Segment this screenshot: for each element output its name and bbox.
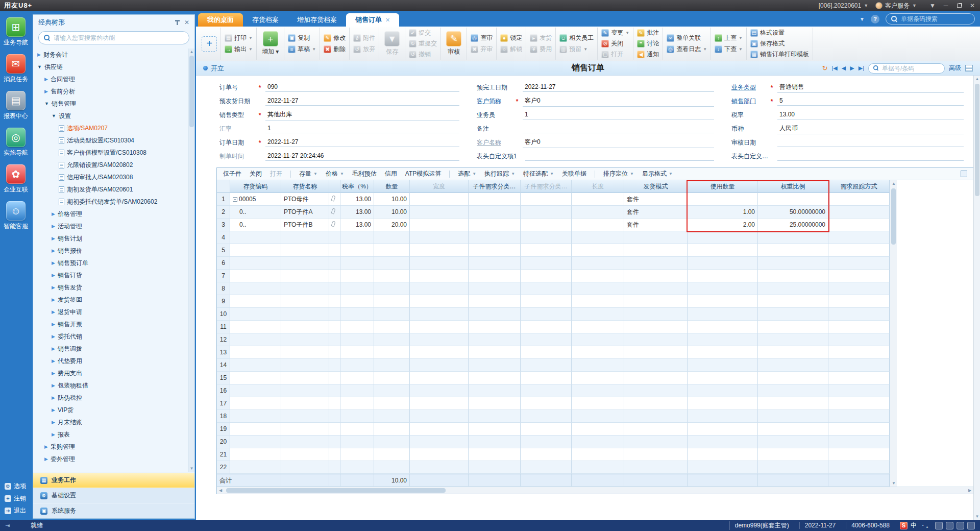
refresh-icon[interactable]: ↻ (822, 64, 828, 72)
cell-empty[interactable] (374, 308, 410, 321)
ime-punct-toggle[interactable]: ・。 (920, 521, 932, 530)
cell-empty[interactable] (828, 461, 890, 474)
cell-empty[interactable] (521, 295, 572, 308)
cell-empty[interactable] (340, 308, 374, 321)
cell-empty[interactable] (374, 397, 410, 410)
cell-weight[interactable]: 25.00000000 (758, 219, 828, 231)
cell-empty[interactable] (758, 423, 828, 436)
cell-empty[interactable] (688, 231, 758, 244)
cell-empty[interactable] (624, 282, 688, 295)
table-row[interactable]: 20..PTO子件A13.0010.00套件1.0050.00000000 (217, 206, 890, 219)
tree-item[interactable]: 期初发货单/SAM020601 (33, 183, 187, 196)
cell-empty[interactable] (340, 257, 374, 270)
cell-empty[interactable] (521, 231, 572, 244)
cell-empty[interactable] (624, 423, 688, 436)
cell-empty[interactable] (340, 423, 374, 436)
cell-empty[interactable] (329, 346, 340, 359)
account-selector[interactable]: [006].20220601▼ (819, 2, 868, 9)
tree-scrollbar[interactable]: ▲ ▼ (188, 49, 194, 472)
table-row[interactable]: 30..PTO子件B13.0020.00套件2.0025.00000000 (217, 219, 890, 231)
field-value[interactable]: 客户0 (523, 96, 714, 107)
tree-item[interactable]: ▶防伪税控 (33, 392, 187, 404)
column-header-weight[interactable]: 权重比例 (758, 180, 828, 193)
cell-empty[interactable] (281, 384, 329, 397)
cell-clip[interactable] (329, 206, 340, 219)
cell-empty[interactable] (281, 448, 329, 461)
cell-empty[interactable] (374, 321, 410, 333)
options-button[interactable]: ⚙选项 (5, 480, 27, 492)
table-row-empty[interactable]: 21 (217, 448, 890, 461)
cell-empty[interactable] (624, 436, 688, 448)
logout-button[interactable]: ✦注销 (5, 492, 27, 504)
cell-empty[interactable] (521, 321, 572, 333)
field-value[interactable] (523, 125, 714, 133)
cell-empty[interactable] (230, 333, 281, 346)
table-row[interactable]: 1−00005PTO母件13.0010.00套件 (217, 193, 890, 206)
cell-empty[interactable] (340, 295, 374, 308)
cell-code[interactable]: 0.. (230, 219, 281, 231)
delete-button[interactable]: ✖删除 (324, 44, 346, 55)
cell-empty[interactable] (758, 384, 828, 397)
cell-empty[interactable] (374, 257, 410, 270)
tab-close-icon[interactable]: ✕ (385, 17, 390, 23)
table-row-empty[interactable]: 19 (217, 423, 890, 436)
cell-empty[interactable] (688, 384, 758, 397)
cell-empty[interactable] (469, 423, 521, 436)
exit-button[interactable]: ➜退出 (5, 504, 27, 517)
column-header[interactable] (329, 180, 340, 193)
cell-empty[interactable] (624, 397, 688, 410)
column-header-width[interactable]: 宽度 (410, 180, 469, 193)
tree-item[interactable]: ▶销售发货 (33, 281, 187, 294)
tree-item[interactable]: ▶财务会计 (33, 49, 187, 61)
cell-empty[interactable] (624, 308, 688, 321)
tree-item[interactable]: ▶销售订货 (33, 269, 187, 281)
tab-存货档案[interactable]: 存货档案 (243, 13, 288, 27)
cell-empty[interactable] (410, 333, 469, 346)
tree-item[interactable]: ▶委托代销 (33, 330, 187, 343)
cell-empty[interactable] (521, 346, 572, 359)
grid-menu-执行跟踪[interactable]: 执行跟踪▼ (484, 170, 515, 178)
cell-empty[interactable] (410, 359, 469, 372)
cell-empty[interactable] (469, 448, 521, 461)
cell-empty[interactable] (230, 436, 281, 448)
edit-button[interactable]: ✎修改 (324, 33, 346, 43)
grid-menu-选配[interactable]: 选配▼ (458, 170, 476, 178)
cell-empty[interactable] (828, 436, 890, 448)
cell-empty[interactable] (469, 295, 521, 308)
tab-我的桌面[interactable]: 我的桌面 (198, 13, 243, 27)
cell-len[interactable] (572, 206, 624, 219)
column-header-track[interactable]: 需求跟踪方式 (828, 180, 890, 193)
customer-service-button[interactable]: 客户服务▼ (875, 2, 917, 10)
cell-code[interactable]: −00005 (230, 193, 281, 206)
base-settings-button[interactable]: ⚙基础设置 (33, 488, 194, 503)
column-header-len[interactable]: 长度 (572, 180, 624, 193)
cell-ship[interactable]: 套件 (624, 219, 688, 231)
cell-empty[interactable] (281, 372, 329, 384)
cell-empty[interactable] (410, 308, 469, 321)
format-settings-button[interactable]: ▤格式设置 (750, 28, 809, 38)
export-button[interactable]: →输出▼ (225, 44, 253, 55)
cell-empty[interactable] (572, 244, 624, 257)
cell-empty[interactable] (469, 397, 521, 410)
cell-empty[interactable] (828, 257, 890, 270)
cell-empty[interactable] (340, 410, 374, 423)
cell-width[interactable] (410, 193, 469, 206)
grid-menu-排序定位[interactable]: 排序定位▼ (603, 170, 634, 178)
table-row-empty[interactable]: 9 (217, 295, 890, 308)
cell-empty[interactable] (281, 282, 329, 295)
cell-empty[interactable] (374, 436, 410, 448)
cell-empty[interactable] (374, 448, 410, 461)
cell-empty[interactable] (758, 448, 828, 461)
sidebar-item-1[interactable]: ⊞业务导航 (4, 17, 28, 47)
cell-empty[interactable] (329, 384, 340, 397)
cell-empty[interactable] (410, 410, 469, 423)
cell-empty[interactable] (410, 321, 469, 333)
cell-empty[interactable] (230, 372, 281, 384)
tree-search-input[interactable] (54, 34, 184, 41)
cell-empty[interactable] (281, 308, 329, 321)
column-header-tax[interactable]: 税率（%） (340, 180, 374, 193)
tree-item[interactable]: ▼供应链 (33, 61, 187, 73)
cell-name[interactable]: PTO子件A (281, 206, 329, 219)
cell-empty[interactable] (329, 461, 340, 474)
cell-empty[interactable] (469, 410, 521, 423)
